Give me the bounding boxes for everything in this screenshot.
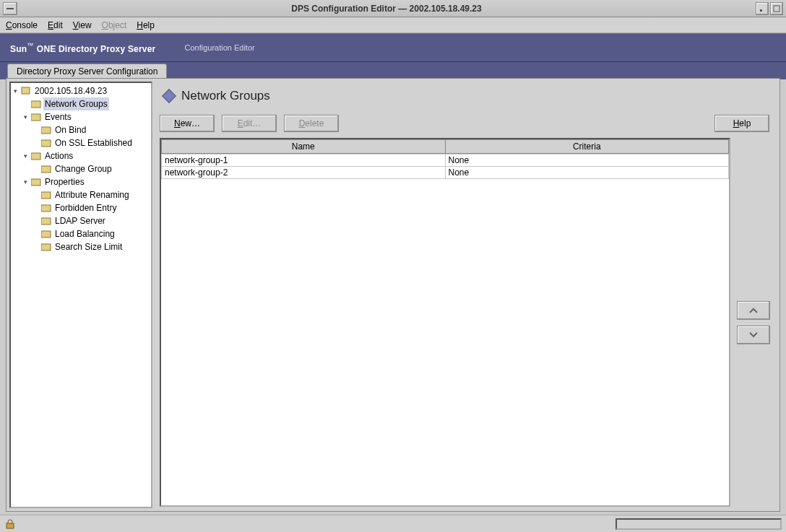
tree-actions[interactable]: ▾ Actions (22, 149, 151, 162)
edit-button: Edit… (222, 115, 277, 132)
svg-rect-13 (41, 218, 51, 224)
col-criteria[interactable]: Criteria (445, 140, 729, 154)
col-name[interactable]: Name (162, 140, 446, 154)
tree-on-bind[interactable]: On Bind (33, 123, 151, 136)
chevron-up-icon (748, 307, 759, 314)
svg-rect-7 (41, 140, 51, 147)
tree-on-ssl-established[interactable]: On SSL Established (33, 136, 151, 149)
collapse-icon[interactable]: ▾ (12, 88, 19, 95)
svg-rect-1 (760, 9, 762, 12)
menu-object: Object (102, 20, 127, 30)
svg-rect-11 (41, 192, 51, 199)
tree-panel[interactable]: ▾ 2002.105.18.49.23 Network Groups (9, 82, 152, 508)
svg-rect-8 (31, 153, 40, 160)
collapse-icon[interactable]: ▾ (22, 153, 29, 160)
workspace: ▾ 2002.105.18.49.23 Network Groups (6, 78, 780, 512)
move-down-button[interactable] (737, 326, 770, 344)
svg-rect-3 (22, 87, 30, 94)
window-minimize-button[interactable] (756, 2, 769, 15)
table-row[interactable]: network-group-2 None (162, 167, 729, 179)
folder-icon (41, 191, 51, 199)
main-area: Network Groups New… Edit… Delete Help Na… (155, 79, 779, 511)
tree-network-groups-label: Network Groups (43, 97, 109, 110)
tree-root-label: 2002.105.18.49.23 (33, 84, 108, 97)
tree-forbidden-entry[interactable]: Forbidden Entry (33, 201, 151, 214)
tree-network-groups[interactable]: Network Groups (22, 97, 151, 110)
cell-criteria: None (445, 154, 729, 167)
minimize-icon (759, 5, 766, 12)
window-menu-button[interactable] (3, 2, 17, 15)
window-title: DPS Configuration Editor — 2002.105.18.4… (17, 4, 756, 14)
move-up-button[interactable] (737, 301, 770, 320)
new-button[interactable]: New… (160, 115, 215, 132)
lock-icon (4, 519, 16, 529)
folder-icon (41, 243, 51, 251)
svg-rect-2 (774, 6, 779, 12)
chevron-down-icon (748, 331, 759, 339)
help-button[interactable]: Help (714, 115, 769, 132)
toolbar: New… Edit… Delete Help (160, 115, 771, 132)
statusbar (0, 515, 786, 532)
tree-properties[interactable]: ▾ Properties (22, 175, 151, 188)
svg-rect-9 (41, 166, 51, 173)
window-maximize-button[interactable] (770, 2, 783, 15)
menubar: Console Edit View Object Help (0, 17, 786, 33)
cell-name: network-group-2 (162, 167, 446, 179)
svg-rect-10 (31, 179, 40, 186)
folder-icon (31, 178, 41, 186)
svg-rect-15 (41, 244, 51, 250)
svg-rect-5 (31, 114, 40, 121)
section-title: Network Groups (160, 86, 771, 109)
network-groups-table[interactable]: Name Criteria network-group-1 None (160, 138, 730, 507)
folder-icon (31, 152, 41, 160)
menu-help[interactable]: Help (137, 20, 155, 30)
folder-icon (41, 165, 51, 173)
svg-rect-4 (31, 101, 40, 108)
diamond-icon (162, 89, 176, 103)
tree-events-label: Events (43, 110, 73, 123)
tree-load-balancing[interactable]: Load Balancing (33, 227, 151, 240)
svg-rect-12 (41, 205, 51, 212)
server-icon (21, 87, 31, 95)
collapse-icon[interactable]: ▾ (22, 179, 29, 186)
product-name: Sun™ ONE Directory Proxy Server (10, 42, 155, 54)
svg-rect-6 (41, 127, 51, 134)
cell-criteria: None (445, 167, 729, 179)
collapse-icon[interactable]: ▾ (22, 114, 29, 121)
dash-icon (6, 7, 14, 10)
folder-icon (41, 217, 51, 225)
menu-console[interactable]: Console (6, 20, 38, 30)
tree-search-size-limit[interactable]: Search Size Limit (33, 240, 151, 253)
header-band: Sun™ ONE Directory Proxy Server Configur… (0, 33, 786, 62)
svg-rect-14 (41, 231, 51, 237)
folder-icon (31, 113, 41, 121)
menu-view[interactable]: View (73, 20, 92, 30)
tree-change-group[interactable]: Change Group (33, 162, 151, 175)
reorder-controls (736, 138, 771, 507)
maximize-icon (773, 5, 780, 12)
tree-attr-renaming[interactable]: Attribute Renaming (33, 188, 151, 201)
svg-rect-16 (7, 523, 14, 528)
svg-rect-0 (7, 8, 14, 9)
table-row[interactable]: network-group-1 None (162, 154, 729, 167)
section-title-text: Network Groups (181, 89, 270, 103)
delete-button: Delete (284, 115, 339, 132)
folder-icon (41, 204, 51, 212)
tree-events[interactable]: ▾ Events (22, 110, 151, 123)
tab-region: Directory Proxy Server Configuration (0, 62, 786, 79)
cell-name: network-group-1 (162, 154, 446, 167)
status-well (616, 518, 782, 530)
folder-icon (31, 100, 41, 108)
header-sublabel: Configuration Editor (184, 43, 254, 52)
folder-icon (41, 139, 51, 147)
tab-dps-configuration[interactable]: Directory Proxy Server Configuration (7, 64, 167, 79)
window-titlebar: DPS Configuration Editor — 2002.105.18.4… (0, 0, 786, 17)
menu-edit[interactable]: Edit (48, 20, 63, 30)
tree-ldap-server[interactable]: LDAP Server (33, 214, 151, 227)
tree-root[interactable]: ▾ 2002.105.18.49.23 (12, 84, 151, 97)
folder-icon (41, 126, 51, 134)
folder-icon (41, 230, 51, 238)
